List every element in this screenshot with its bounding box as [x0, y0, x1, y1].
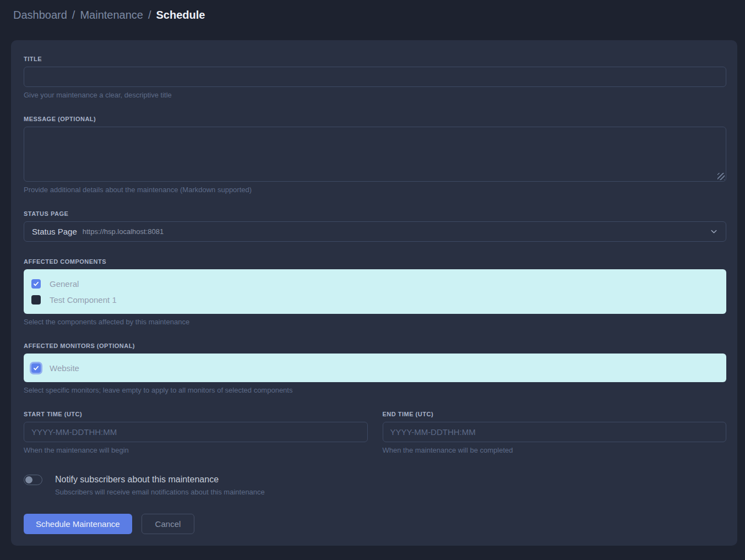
monitor-option-label: Website — [50, 363, 79, 373]
message-label: MESSAGE (OPTIONAL) — [24, 116, 726, 122]
breadcrumb-separator: / — [72, 9, 75, 21]
component-option-label: General — [50, 279, 79, 289]
affected-components-helper: Select the components affected by this m… — [24, 318, 726, 326]
end-time-label: END TIME (UTC) — [383, 411, 727, 417]
breadcrumb: Dashboard/Maintenance/Schedule — [13, 7, 732, 23]
component-option-test-component-1[interactable]: Test Component 1 — [31, 293, 719, 306]
notify-subscribers-helper: Subscribers will receive email notificat… — [55, 488, 265, 496]
status-page-group: STATUS PAGE Status Page https://hsp.loca… — [24, 210, 726, 242]
notify-subscribers-label: Notify subscribers about this maintenanc… — [55, 473, 265, 486]
title-helper: Give your maintenance a clear, descripti… — [24, 91, 726, 99]
status-page-selected-url: https://hsp.localhost:8081 — [83, 227, 164, 236]
schedule-maintenance-button[interactable]: Schedule Maintenance — [24, 514, 132, 534]
checkbox-checked-icon[interactable] — [31, 363, 41, 373]
time-range-group: START TIME (UTC) When the maintenance wi… — [24, 411, 726, 454]
schedule-maintenance-form-card: TITLE Give your maintenance a clear, des… — [11, 40, 737, 546]
end-time-group: END TIME (UTC) When the maintenance will… — [383, 411, 727, 454]
affected-components-group: AFFECTED COMPONENTS General Test Compone… — [24, 258, 726, 326]
start-time-input[interactable] — [24, 422, 368, 442]
form-actions: Schedule Maintenance Cancel — [24, 514, 726, 534]
component-option-general[interactable]: General — [31, 277, 719, 290]
breadcrumb-separator: / — [148, 9, 151, 21]
affected-monitors-label: AFFECTED MONITORS (OPTIONAL) — [24, 342, 726, 349]
chevron-down-icon — [710, 227, 718, 236]
end-time-helper: When the maintenance will be completed — [383, 446, 727, 454]
status-page-select[interactable]: Status Page https://hsp.localhost:8081 — [24, 221, 726, 242]
title-label: TITLE — [24, 56, 726, 62]
affected-components-panel: General Test Component 1 — [24, 269, 726, 314]
checkbox-unchecked-icon[interactable] — [31, 295, 41, 305]
top-bar: Dashboard/Maintenance/Schedule — [0, 0, 745, 23]
breadcrumb-dashboard[interactable]: Dashboard — [13, 9, 67, 21]
end-time-input[interactable] — [383, 422, 727, 442]
component-option-label: Test Component 1 — [50, 295, 117, 305]
notify-subscribers-toggle[interactable] — [24, 475, 42, 485]
toggle-knob — [25, 476, 32, 483]
title-group: TITLE Give your maintenance a clear, des… — [24, 56, 726, 99]
start-time-label: START TIME (UTC) — [24, 411, 368, 417]
message-textarea[interactable] — [24, 127, 726, 182]
affected-monitors-panel: Website — [24, 354, 726, 382]
breadcrumb-maintenance[interactable]: Maintenance — [80, 9, 143, 21]
affected-components-label: AFFECTED COMPONENTS — [24, 258, 726, 265]
status-page-selected-value: Status Page — [32, 227, 77, 236]
notify-subscribers-row: Notify subscribers about this maintenanc… — [24, 473, 726, 496]
start-time-helper: When the maintenance will begin — [24, 446, 368, 454]
cancel-button[interactable]: Cancel — [142, 514, 195, 534]
title-input[interactable] — [24, 67, 726, 87]
monitor-option-website[interactable]: Website — [31, 361, 719, 374]
affected-monitors-helper: Select specific monitors; leave empty to… — [24, 386, 726, 394]
status-page-label: STATUS PAGE — [24, 210, 726, 217]
message-helper: Provide additional details about the mai… — [24, 186, 726, 194]
start-time-group: START TIME (UTC) When the maintenance wi… — [24, 411, 368, 454]
message-group: MESSAGE (OPTIONAL) Provide additional de… — [24, 116, 726, 194]
breadcrumb-current-schedule: Schedule — [156, 9, 205, 21]
affected-monitors-group: AFFECTED MONITORS (OPTIONAL) Website Sel… — [24, 342, 726, 394]
checkbox-checked-icon[interactable] — [31, 279, 41, 289]
